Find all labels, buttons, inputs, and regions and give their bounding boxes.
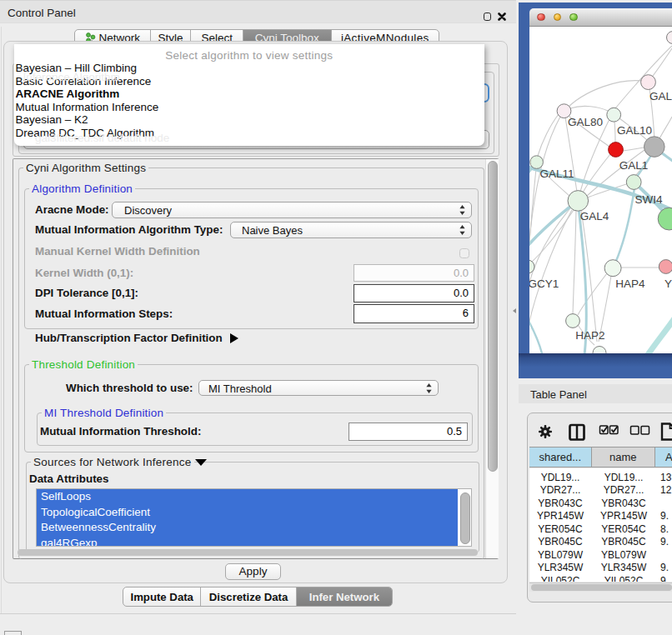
svg-text:HAP2: HAP2 xyxy=(575,329,604,342)
svg-text:GCY1: GCY1 xyxy=(529,278,559,290)
svg-text:GAL1: GAL1 xyxy=(619,159,649,172)
svg-text:GAL11: GAL11 xyxy=(539,168,574,180)
svg-text:GAL4: GAL4 xyxy=(580,210,609,222)
svg-text:HAP4: HAP4 xyxy=(615,278,645,290)
svg-text:SWI4: SWI4 xyxy=(634,193,662,206)
svg-text:GAL80: GAL80 xyxy=(568,116,603,128)
svg-text:YEL0: YEL0 xyxy=(664,278,672,290)
svg-text:GAL10: GAL10 xyxy=(617,124,652,137)
svg-text:GAL2: GAL2 xyxy=(649,90,672,102)
